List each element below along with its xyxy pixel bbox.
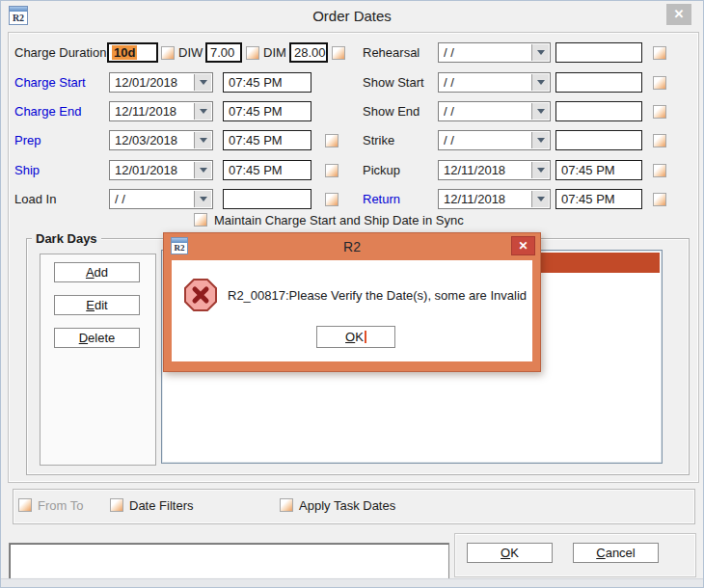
charge-start-date-value: 12/01/2018 bbox=[115, 75, 193, 90]
date-filters-checkbox[interactable] bbox=[110, 498, 123, 512]
chevron-down-icon[interactable] bbox=[531, 162, 549, 178]
diw-label: DIW bbox=[178, 45, 203, 61]
diw-checkbox[interactable] bbox=[246, 46, 259, 60]
sync-checkbox[interactable] bbox=[194, 213, 207, 227]
charge-start-date-combo[interactable]: 12/01/2018 bbox=[109, 72, 213, 93]
rehearsal-time-field[interactable] bbox=[555, 42, 642, 63]
pickup-date-combo[interactable]: 12/11/2018 bbox=[438, 160, 551, 180]
rehearsal-label: Rehearsal bbox=[363, 45, 420, 61]
return-checkbox[interactable] bbox=[653, 193, 666, 206]
error-ok-label: OK bbox=[345, 327, 364, 347]
prep-label: Prep bbox=[14, 133, 41, 148]
return-label: Return bbox=[363, 192, 400, 207]
r2-app-icon: R2 bbox=[171, 237, 188, 254]
charge-end-label: Charge End bbox=[14, 104, 81, 120]
load-in-date-combo[interactable]: / / bbox=[109, 189, 213, 209]
error-close-button[interactable]: ✕ bbox=[511, 236, 535, 255]
load-in-time-field[interactable] bbox=[223, 189, 311, 209]
show-start-time-field[interactable] bbox=[555, 72, 642, 93]
cancel-button[interactable]: Cancel bbox=[573, 543, 659, 563]
r2-icon-text: R2 bbox=[172, 243, 187, 254]
error-stop-icon bbox=[183, 278, 218, 315]
date-filters-label: Date Filters bbox=[129, 498, 193, 514]
show-start-date-combo[interactable]: / / bbox=[438, 72, 551, 93]
sync-label: Maintain Charge Start and Ship Date in S… bbox=[214, 213, 464, 228]
chevron-down-icon[interactable] bbox=[194, 132, 211, 148]
prep-checkbox[interactable] bbox=[325, 134, 338, 147]
ship-checkbox[interactable] bbox=[325, 164, 338, 177]
strike-date-value: / / bbox=[444, 133, 530, 147]
charge-duration-label: Charge Duration bbox=[14, 45, 106, 61]
text-caret bbox=[365, 331, 366, 343]
show-end-date-combo[interactable]: / / bbox=[438, 101, 551, 121]
apply-task-dates-checkbox[interactable] bbox=[280, 498, 293, 512]
error-message: R2_00817:Please Verify the Date(s), some… bbox=[228, 288, 528, 303]
order-dates-window: Order Dates R2 ✕ Charge Duration 10d DIW… bbox=[0, 0, 704, 588]
return-time-field[interactable]: 07:45 PM bbox=[555, 189, 642, 209]
chevron-down-icon[interactable] bbox=[194, 191, 211, 207]
charge-end-time-field[interactable]: 07:45 PM bbox=[223, 101, 311, 121]
show-start-label: Show Start bbox=[363, 75, 424, 91]
close-icon: ✕ bbox=[518, 239, 528, 253]
strike-checkbox[interactable] bbox=[653, 134, 666, 147]
show-end-checkbox[interactable] bbox=[653, 105, 666, 119]
rehearsal-checkbox[interactable] bbox=[653, 46, 666, 60]
chevron-down-icon[interactable] bbox=[531, 132, 549, 148]
ship-date-value: 12/01/2018 bbox=[115, 163, 193, 177]
chevron-down-icon[interactable] bbox=[194, 74, 211, 91]
prep-date-combo[interactable]: 12/03/2018 bbox=[109, 130, 213, 150]
diw-field[interactable]: 7.00 bbox=[205, 42, 242, 63]
charge-start-label: Charge Start bbox=[14, 75, 86, 91]
r2-app-icon: R2 bbox=[9, 6, 28, 25]
dark-days-button-panel bbox=[40, 254, 156, 466]
show-end-time-field[interactable] bbox=[555, 101, 642, 121]
error-ok-button[interactable]: OK bbox=[316, 326, 395, 348]
pickup-time-field[interactable]: 07:45 PM bbox=[555, 160, 642, 180]
charge-duration-value: 10d bbox=[112, 45, 137, 60]
dark-days-title: Dark Days bbox=[32, 231, 101, 246]
ship-date-combo[interactable]: 12/01/2018 bbox=[109, 160, 213, 180]
show-end-label: Show End bbox=[363, 104, 420, 120]
edit-button[interactable]: Edit bbox=[54, 295, 140, 315]
from-to-checkbox[interactable] bbox=[18, 498, 32, 512]
apply-task-dates-label: Apply Task Dates bbox=[299, 498, 395, 514]
add-button[interactable]: Add bbox=[54, 262, 140, 282]
chevron-down-icon[interactable] bbox=[194, 162, 211, 178]
chevron-down-icon[interactable] bbox=[531, 191, 549, 207]
dim-checkbox[interactable] bbox=[332, 46, 345, 60]
chevron-down-icon[interactable] bbox=[531, 103, 549, 120]
strike-time-field[interactable] bbox=[555, 130, 642, 150]
dim-label: DIM bbox=[263, 45, 286, 61]
rehearsal-date-combo[interactable]: / / bbox=[438, 42, 551, 63]
chevron-down-icon[interactable] bbox=[531, 44, 549, 61]
ok-button[interactable]: OK bbox=[467, 543, 553, 563]
return-date-combo[interactable]: 12/11/2018 bbox=[438, 189, 551, 209]
load-in-checkbox[interactable] bbox=[325, 193, 338, 206]
return-date-value: 12/11/2018 bbox=[444, 192, 530, 206]
dim-field[interactable]: 28.00 bbox=[289, 42, 328, 63]
pickup-checkbox[interactable] bbox=[653, 164, 666, 177]
strike-date-combo[interactable]: / / bbox=[438, 130, 551, 150]
window-bottom-border bbox=[1, 578, 703, 587]
charge-end-date-combo[interactable]: 12/11/2018 bbox=[109, 101, 213, 121]
charge-duration-checkbox[interactable] bbox=[161, 46, 175, 60]
r2-icon-text: R2 bbox=[10, 12, 27, 24]
chevron-down-icon[interactable] bbox=[531, 74, 549, 91]
close-icon: ✕ bbox=[674, 7, 685, 21]
error-dialog-body: R2_00817:Please Verify the Date(s), some… bbox=[172, 260, 532, 361]
chevron-down-icon[interactable] bbox=[194, 103, 211, 120]
rehearsal-date-value: / / bbox=[444, 45, 530, 60]
note-field[interactable] bbox=[9, 543, 449, 579]
charge-start-time-field[interactable]: 07:45 PM bbox=[223, 72, 311, 93]
error-dialog-title: R2 bbox=[164, 239, 540, 254]
close-button[interactable]: ✕ bbox=[666, 4, 691, 25]
ship-time-field[interactable]: 07:45 PM bbox=[223, 160, 311, 180]
prep-time-field[interactable]: 07:45 PM bbox=[223, 130, 311, 150]
delete-button[interactable]: Delete bbox=[54, 328, 140, 348]
show-start-checkbox[interactable] bbox=[653, 76, 666, 90]
show-end-date-value: / / bbox=[444, 104, 530, 119]
charge-duration-field[interactable]: 10d bbox=[107, 42, 158, 63]
pickup-date-value: 12/11/2018 bbox=[444, 163, 530, 177]
from-to-label: From To bbox=[38, 498, 83, 514]
prep-date-value: 12/03/2018 bbox=[115, 133, 193, 147]
